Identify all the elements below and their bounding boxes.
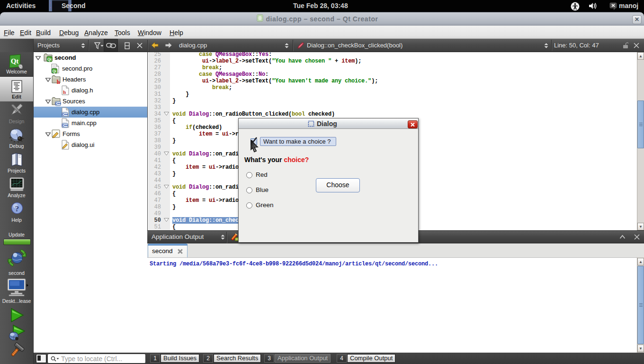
svg-text:Qt: Qt	[47, 57, 52, 62]
svg-text:h: h	[63, 89, 66, 95]
svg-text:Qt: Qt	[11, 57, 19, 65]
svg-text:C++: C++	[62, 113, 68, 116]
svg-text:C++: C++	[62, 124, 68, 127]
svg-text:Qt: Qt	[53, 69, 57, 73]
svg-text:h: h	[57, 79, 60, 84]
svg-text:C++: C++	[55, 102, 61, 105]
svg-text:?: ?	[15, 204, 19, 213]
